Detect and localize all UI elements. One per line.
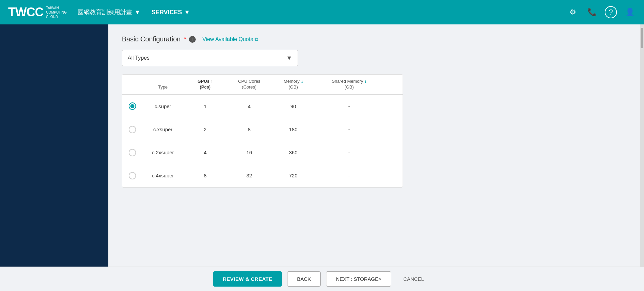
gpus-cell: 2 (183, 127, 227, 132)
cost-cell: 688.80 NTDHour (383, 169, 403, 182)
type-cell: c.super (143, 103, 183, 109)
project-label: 國網教育訓練用計畫 (78, 8, 132, 16)
scrollbar-thumb[interactable] (641, 28, 643, 48)
page-body: Basic Configuration * i View Available Q… (0, 24, 644, 267)
table-row[interactable]: c.4xsuper 8 32 720 - 688.80 NTDHour (122, 164, 403, 187)
external-link-icon: ⧉ (255, 36, 258, 42)
memory-label: Memory (284, 79, 300, 84)
user-icon[interactable]: 👤 (624, 6, 636, 18)
select-cell[interactable] (122, 149, 143, 156)
radio-button[interactable] (129, 102, 136, 110)
section-header: Basic Configuration * i View Available Q… (122, 35, 630, 43)
radio-button[interactable] (129, 172, 136, 179)
select-cell[interactable] (122, 102, 143, 110)
memory-cell: 90 (271, 103, 315, 109)
logo-twcc: TWCC (8, 5, 43, 19)
main-content: Basic Configuration * i View Available Q… (108, 24, 644, 267)
project-selector[interactable]: 國網教育訓練用計畫 ▼ (78, 8, 141, 16)
cost-cell: 172.20 NTDHour (383, 123, 403, 136)
gpus-cell: 4 (183, 150, 227, 155)
dropdown-wrapper: All Types ▼ (122, 50, 630, 66)
project-chevron-icon: ▼ (134, 9, 141, 16)
cost-cell: 344.40 NTDHour (383, 146, 403, 159)
cancel-button[interactable]: CANCEL (396, 272, 431, 286)
cpu-cell: 8 (227, 127, 271, 132)
cpu-sub-label: (Cores) (242, 84, 256, 90)
memory-sub-label: (GB) (288, 84, 298, 90)
gpus-label: GPUs (197, 79, 209, 84)
header-left: TWCC TAIWAN COMPUTING CLOUD 國網教育訓練用計畫 ▼ … (8, 5, 190, 19)
memory-cell: 180 (271, 127, 315, 132)
cost-cell: 86.10 NTD /Hour (383, 100, 403, 113)
cpu-label: CPU Cores (238, 79, 260, 84)
memory-info-icon[interactable]: ℹ (301, 79, 303, 83)
table-row[interactable]: c.super 1 4 90 - 86.10 NTD /Hour (122, 95, 403, 118)
cpu-cell: 32 (227, 173, 271, 178)
col-memory: Memory ℹ (GB) (271, 79, 315, 90)
shared-memory-sub-label: (GB) (344, 84, 353, 90)
scrollbar[interactable] (640, 24, 644, 267)
table-row[interactable]: c.2xsuper 4 16 360 - 344.40 NTDHour (122, 141, 403, 164)
type-cell: c.4xsuper (143, 173, 183, 178)
type-filter-dropdown[interactable]: All Types ▼ (122, 50, 298, 66)
radio-inner (130, 104, 134, 108)
type-cell: c.2xsuper (143, 150, 183, 155)
memory-cell: 360 (271, 150, 315, 155)
col-type: Type (143, 84, 183, 90)
dropdown-chevron-icon: ▼ (286, 55, 292, 62)
col-shared-memory: Shared Memory ℹ (GB) (315, 79, 383, 90)
gpus-cell: 8 (183, 173, 227, 178)
header-right: ⚙ 📞 ? 👤 (567, 6, 636, 18)
settings-icon[interactable]: ⚙ (567, 6, 579, 18)
quota-link-text: View Available Quota (202, 36, 254, 42)
select-cell[interactable] (122, 126, 143, 133)
col-cpu: CPU Cores (Cores) (227, 79, 271, 90)
services-chevron-icon: ▼ (184, 9, 190, 16)
radio-button[interactable] (129, 149, 136, 156)
view-quota-link[interactable]: View Available Quota ⧉ (202, 36, 258, 42)
phone-icon[interactable]: 📞 (586, 6, 598, 18)
services-label: SERVICES (151, 9, 182, 16)
logo-text: TAIWAN COMPUTING CLOUD (46, 6, 67, 19)
table-row[interactable]: c.xsuper 2 8 180 - 172.20 NTDHour (122, 118, 403, 141)
shared-memory-cell: - (315, 103, 383, 109)
gpus-sub-label: (Pcs) (200, 84, 211, 90)
logo: TWCC TAIWAN COMPUTING CLOUD (8, 5, 67, 19)
table-body: c.super 1 4 90 - 86.10 NTD /Hour c.xsupe… (122, 95, 403, 187)
required-indicator: * (184, 36, 186, 42)
back-button[interactable]: BACK (287, 271, 321, 287)
col-cost: Cost Estimate (NTD/Hour) (383, 79, 403, 90)
table-header: Type GPUs ↑ (Pcs) CPU Cores (Cores) Memo… (122, 75, 403, 95)
next-storage-button[interactable]: NEXT : STORAGE> (326, 271, 391, 287)
bottom-bar: REVIEW & CREATE BACK NEXT : STORAGE> CAN… (0, 267, 644, 291)
gpus-cell: 1 (183, 103, 227, 109)
sort-ascending-icon[interactable]: ↑ (211, 79, 213, 84)
type-cell: c.xsuper (143, 127, 183, 132)
memory-cell: 720 (271, 173, 315, 178)
review-create-button[interactable]: REVIEW & CREATE (213, 271, 282, 287)
services-menu[interactable]: SERVICES ▼ (151, 9, 190, 16)
shared-memory-info-icon[interactable]: ℹ (365, 79, 366, 83)
shared-memory-cell: - (315, 173, 383, 178)
section-title: Basic Configuration (122, 35, 180, 43)
select-cell[interactable] (122, 172, 143, 179)
shared-memory-cell: - (315, 150, 383, 155)
radio-button[interactable] (129, 126, 136, 133)
shared-memory-cell: - (315, 127, 383, 132)
sidebar (0, 24, 108, 267)
configuration-table: Type GPUs ↑ (Pcs) CPU Cores (Cores) Memo… (122, 74, 403, 188)
col-gpus: GPUs ↑ (Pcs) (183, 79, 227, 90)
header: TWCC TAIWAN COMPUTING CLOUD 國網教育訓練用計畫 ▼ … (0, 0, 644, 24)
cpu-cell: 16 (227, 150, 271, 155)
dropdown-selected-value: All Types (128, 55, 150, 61)
info-icon[interactable]: i (189, 36, 196, 43)
shared-memory-label: Shared Memory (332, 79, 363, 84)
help-icon[interactable]: ? (605, 6, 617, 18)
cpu-cell: 4 (227, 103, 271, 109)
